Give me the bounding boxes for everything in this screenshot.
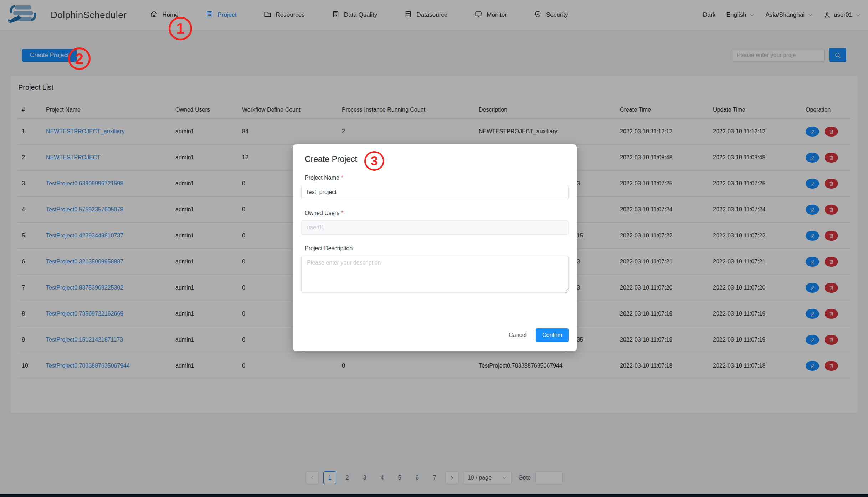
- project-description-label: Project Description: [301, 245, 569, 252]
- confirm-button[interactable]: Confirm: [536, 328, 569, 342]
- modal-footer: Cancel Confirm: [509, 328, 569, 342]
- required-asterisk: *: [341, 210, 343, 216]
- owned-users-label: Owned Users*: [301, 210, 569, 216]
- modal-title: Create Project: [301, 154, 569, 164]
- owned-users-input[interactable]: [301, 220, 569, 235]
- project-name-label: Project Name*: [301, 175, 569, 181]
- annotation-circle-2: 2: [68, 47, 91, 70]
- annotation-circle-1: 1: [169, 17, 192, 40]
- project-name-input[interactable]: [301, 185, 569, 199]
- cancel-button[interactable]: Cancel: [509, 332, 527, 338]
- annotation-circle-3: 3: [364, 151, 384, 171]
- project-description-textarea[interactable]: [301, 256, 569, 293]
- required-asterisk: *: [341, 175, 343, 181]
- create-project-modal: Create Project Project Name* Owned Users…: [293, 144, 577, 351]
